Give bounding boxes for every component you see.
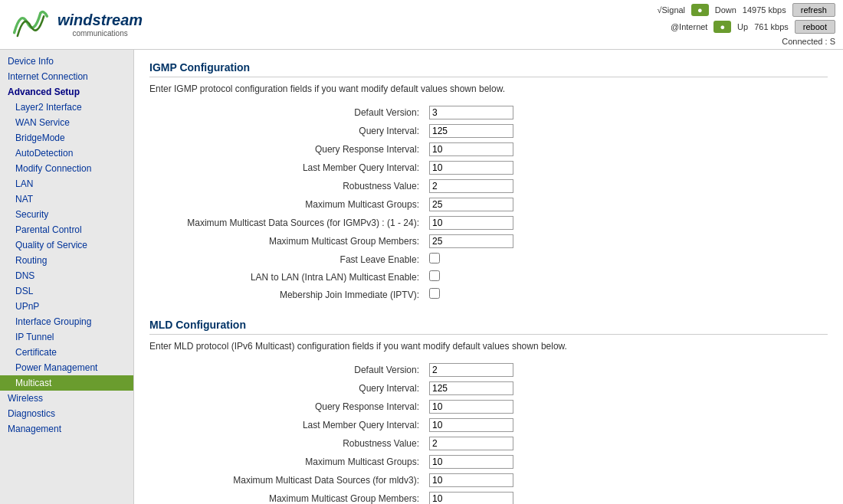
sidebar-item-bridgemode[interactable]: BridgeMode <box>0 130 133 146</box>
sidebar-item-dsl[interactable]: DSL <box>0 283 133 299</box>
sidebar-item-wireless[interactable]: Wireless <box>0 391 133 406</box>
field-value[interactable] <box>425 398 828 416</box>
field-value[interactable] <box>425 434 828 453</box>
config-text-input[interactable] <box>429 473 513 487</box>
down-label: Down <box>715 5 736 15</box>
table-row: Robustness Value: <box>149 434 828 453</box>
reboot-button[interactable]: reboot <box>795 20 835 34</box>
windstream-logo-icon <box>8 5 54 44</box>
field-value[interactable] <box>425 379 828 398</box>
config-text-input[interactable] <box>429 381 513 395</box>
field-value[interactable] <box>425 250 828 268</box>
config-text-input[interactable] <box>429 437 513 450</box>
sidebar-item-internet-connection[interactable]: Internet Connection <box>0 69 133 84</box>
config-text-input[interactable] <box>429 492 513 504</box>
refresh-button[interactable]: refresh <box>792 3 835 17</box>
sidebar-item-device-info[interactable]: Device Info <box>0 54 133 69</box>
field-label: Last Member Query Interval: <box>149 159 425 177</box>
sidebar-item-lan[interactable]: LAN <box>0 176 133 191</box>
mld-title: MLD Configuration <box>149 319 828 335</box>
field-value[interactable] <box>425 177 828 195</box>
table-row: Maximum Multicast Groups: <box>149 195 828 214</box>
table-row: Maximum Multicast Data Sources (for IGMP… <box>149 214 828 232</box>
table-row: Query Interval: <box>149 122 828 140</box>
sidebar-item-routing[interactable]: Routing <box>0 253 133 268</box>
field-value[interactable] <box>425 103 828 122</box>
table-row: Maximum Multicast Data Sources (for mldv… <box>149 471 828 489</box>
config-text-input[interactable] <box>429 161 513 175</box>
field-value[interactable] <box>425 361 828 379</box>
config-text-input[interactable] <box>429 455 513 469</box>
field-label: Mebership Join Immediate (IPTV): <box>149 286 425 303</box>
sidebar-item-layer2-interface[interactable]: Layer2 Interface <box>0 100 133 115</box>
logo-windstream: windstream <box>57 11 143 29</box>
table-row: Fast Leave Enable: <box>149 250 828 268</box>
logo-text: windstream communications <box>57 11 143 38</box>
config-text-input[interactable] <box>429 418 513 432</box>
connected-value: Connected : S <box>782 37 835 46</box>
field-value[interactable] <box>425 471 828 489</box>
config-text-input[interactable] <box>429 198 513 211</box>
config-text-input[interactable] <box>429 106 513 119</box>
field-value[interactable] <box>425 232 828 250</box>
sidebar-item-modify-connection[interactable]: Modify Connection <box>0 161 133 176</box>
field-value[interactable] <box>425 195 828 214</box>
sidebar-item-wan-service[interactable]: WAN Service <box>0 115 133 130</box>
sidebar-item-interface-grouping[interactable]: Interface Grouping <box>0 314 133 329</box>
sidebar-item-diagnostics[interactable]: Diagnostics <box>0 406 133 421</box>
config-text-input[interactable] <box>429 179 513 193</box>
igmp-table: Default Version:Query Interval:Query Res… <box>149 103 828 303</box>
sidebar-item-nat[interactable]: NAT <box>0 191 133 207</box>
sidebar-item-management[interactable]: Management <box>0 421 133 437</box>
field-value[interactable] <box>425 122 828 140</box>
igmp-title: IGMP Configuration <box>149 61 828 77</box>
field-label: Query Response Interval: <box>149 398 425 416</box>
sidebar-item-security[interactable]: Security <box>0 207 133 222</box>
sidebar-item-dns[interactable]: DNS <box>0 268 133 283</box>
field-value[interactable] <box>425 140 828 159</box>
table-row: LAN to LAN (Intra LAN) Multicast Enable: <box>149 268 828 286</box>
field-label: Maximum Multicast Groups: <box>149 453 425 471</box>
field-value[interactable] <box>425 159 828 177</box>
header: windstream communications √Signal ● Down… <box>0 0 843 50</box>
config-text-input[interactable] <box>429 216 513 230</box>
config-checkbox-input[interactable] <box>429 288 440 299</box>
config-text-input[interactable] <box>429 142 513 156</box>
config-text-input[interactable] <box>429 400 513 414</box>
table-row: Mebership Join Immediate (IPTV): <box>149 286 828 303</box>
field-value[interactable] <box>425 214 828 232</box>
table-row: Maximum Multicast Group Members: <box>149 489 828 504</box>
connected-row: Connected : S <box>782 37 835 46</box>
sidebar-item-autodetection[interactable]: AutoDetection <box>0 146 133 161</box>
sidebar-item-qos[interactable]: Quality of Service <box>0 237 133 253</box>
up-value: 761 kbps <box>754 22 789 31</box>
internet-row: @Internet ● Up 761 kbps reboot <box>671 20 835 34</box>
layout: Device InfoInternet ConnectionAdvanced S… <box>0 50 843 504</box>
field-label: Last Member Query Interval: <box>149 416 425 434</box>
sidebar-item-power-management[interactable]: Power Management <box>0 360 133 375</box>
sidebar-item-advanced-setup[interactable]: Advanced Setup <box>0 84 133 100</box>
sidebar: Device InfoInternet ConnectionAdvanced S… <box>0 50 134 504</box>
field-label: Maximum Multicast Data Sources (for IGMP… <box>149 214 425 232</box>
config-text-input[interactable] <box>429 124 513 138</box>
logo-area: windstream communications <box>8 5 143 44</box>
field-value[interactable] <box>425 489 828 504</box>
field-value[interactable] <box>425 453 828 471</box>
field-value[interactable] <box>425 416 828 434</box>
sidebar-item-multicast[interactable]: Multicast <box>0 375 133 391</box>
table-row: Default Version: <box>149 103 828 122</box>
table-row: Query Interval: <box>149 379 828 398</box>
sidebar-item-upnp[interactable]: UPnP <box>0 299 133 314</box>
config-text-input[interactable] <box>429 234 513 248</box>
internet-badge: ● <box>713 21 731 33</box>
config-checkbox-input[interactable] <box>429 270 440 281</box>
sidebar-item-certificate[interactable]: Certificate <box>0 345 133 360</box>
field-label: Query Interval: <box>149 379 425 398</box>
field-value[interactable] <box>425 286 828 303</box>
config-text-input[interactable] <box>429 363 513 377</box>
sidebar-item-ip-tunnel[interactable]: IP Tunnel <box>0 329 133 345</box>
table-row: Last Member Query Interval: <box>149 159 828 177</box>
config-checkbox-input[interactable] <box>429 253 440 263</box>
sidebar-item-parental-control[interactable]: Parental Control <box>0 222 133 237</box>
field-value[interactable] <box>425 268 828 286</box>
